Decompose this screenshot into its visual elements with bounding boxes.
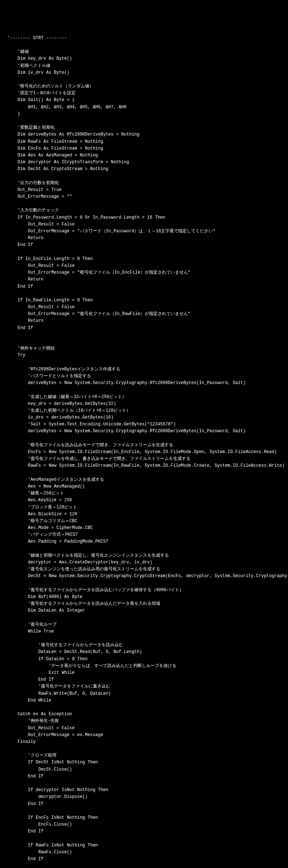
code-content: '-------- STRT -------- '鍵値 Dim key_drv …: [7, 35, 281, 868]
